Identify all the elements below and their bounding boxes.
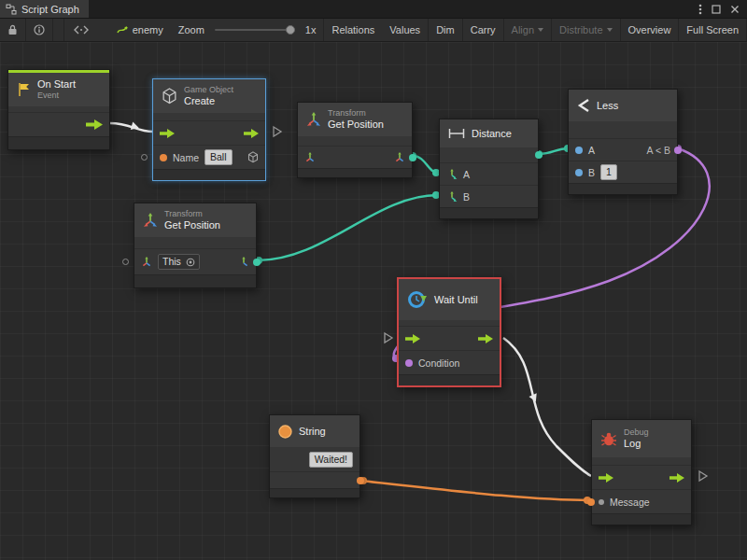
name-input-port[interactable] — [160, 154, 167, 161]
node-get-position-bottom[interactable]: Transform Get Position This — [134, 203, 257, 288]
flow-output-port[interactable] — [669, 473, 684, 483]
node-header: Transform Get Position — [298, 103, 412, 136]
zoom-slider-track — [215, 29, 295, 31]
condition-label: Condition — [418, 357, 459, 369]
transform-input-port[interactable] — [141, 257, 152, 268]
input-a-label: A — [588, 145, 595, 156]
menu-icon[interactable] — [698, 4, 702, 15]
name-value-field[interactable]: Ball — [204, 149, 233, 165]
chevron-down-icon — [538, 28, 543, 32]
node-on-start-event[interactable]: On Start Event — [7, 69, 110, 150]
object-picker-icon[interactable] — [186, 258, 195, 267]
transform-input-port[interactable] — [304, 152, 316, 163]
node-category: Transform — [164, 209, 220, 219]
zoom-slider[interactable] — [215, 25, 295, 35]
collapse-arrows-icon — [73, 24, 90, 35]
node-header: Game Object Create — [153, 79, 265, 113]
flow-input-port[interactable] — [405, 334, 420, 343]
node-title: On Start — [37, 78, 76, 91]
vector-output-port[interactable] — [394, 152, 405, 163]
full-screen-button[interactable]: Full Screen — [679, 19, 747, 41]
distance-output-port[interactable] — [535, 151, 543, 159]
node-wait-until[interactable]: Wait Until Condition — [397, 277, 501, 387]
vector-icon — [446, 169, 458, 180]
vector-output-port[interactable] — [238, 257, 249, 268]
info-icon — [34, 24, 45, 35]
input-a-label: A — [463, 169, 470, 180]
target-value: This — [162, 255, 181, 269]
message-label: Message — [610, 497, 650, 508]
node-header: Distance — [440, 119, 538, 147]
node-debug-log[interactable]: Debug Log Message — [591, 419, 692, 525]
string-icon — [278, 425, 292, 439]
node-footer — [592, 513, 691, 525]
target-object-field[interactable]: This — [158, 254, 200, 270]
node-get-position-top[interactable]: Transform Get Position — [297, 102, 413, 178]
input-b-label: B — [588, 167, 595, 178]
node-less[interactable]: Less A A < B B 1 — [568, 89, 678, 195]
less-output-port[interactable] — [674, 147, 682, 154]
condition-input-port[interactable] — [405, 359, 413, 367]
zoom-value: 1x — [305, 24, 317, 35]
node-title: Log — [624, 438, 649, 450]
string-value-field[interactable]: Waited! — [309, 452, 353, 468]
node-title: Get Position — [164, 219, 220, 231]
align-button[interactable]: Align — [504, 19, 552, 41]
node-footer — [298, 168, 412, 177]
less-input-a-port[interactable] — [575, 147, 583, 154]
input-b-label: B — [463, 191, 470, 203]
zoom-slider-handle[interactable] — [286, 25, 295, 35]
transform-icon — [306, 112, 321, 127]
graph-breadcrumb[interactable]: enemy — [109, 19, 171, 41]
maximize-icon[interactable] — [712, 5, 721, 14]
node-header: Debug Log — [592, 420, 691, 457]
inspect-button[interactable] — [26, 19, 53, 41]
b-value-field[interactable]: 1 — [600, 164, 617, 180]
flow-output-port[interactable] — [244, 129, 259, 138]
node-footer — [270, 488, 359, 497]
lock-icon — [7, 24, 18, 35]
node-title: Less — [597, 100, 618, 112]
cube-icon — [162, 88, 177, 105]
node-header: String — [270, 415, 359, 447]
tab-script-graph[interactable]: Script Graph — [0, 0, 89, 18]
close-icon[interactable] — [730, 5, 740, 14]
node-title: Create — [184, 95, 233, 107]
message-input-port[interactable] — [599, 499, 604, 505]
carry-button[interactable]: Carry — [463, 19, 504, 41]
distribute-label: Distribute — [559, 24, 602, 35]
graph-icon — [117, 25, 128, 35]
name-port-label: Name — [173, 152, 199, 163]
position-output-port[interactable] — [253, 259, 261, 266]
window-titlebar: Script Graph — [0, 0, 747, 19]
string-output-port[interactable] — [357, 477, 364, 484]
node-category: Game Object — [184, 85, 233, 95]
relations-button[interactable]: Relations — [323, 19, 382, 41]
node-create-game-object[interactable]: Game Object Create Name Ball — [152, 78, 266, 181]
distribute-button[interactable]: Distribute — [552, 19, 620, 41]
flow-output-port[interactable] — [86, 119, 103, 130]
position-output-port[interactable] — [409, 154, 416, 161]
node-footer — [153, 169, 265, 180]
flow-output-port[interactable] — [478, 334, 493, 343]
unconnected-port-indicator — [141, 154, 148, 161]
overview-button[interactable]: Overview — [621, 19, 680, 41]
script-graph-icon — [6, 4, 17, 15]
lock-button[interactable] — [0, 19, 26, 41]
flow-input-port[interactable] — [599, 473, 613, 483]
dim-button[interactable]: Dim — [429, 19, 463, 41]
less-input-b-port[interactable] — [575, 169, 583, 176]
node-header: On Start Event — [8, 73, 109, 106]
node-string-literal[interactable]: String Waited! — [269, 414, 360, 498]
node-subtitle: Event — [37, 91, 76, 101]
values-button[interactable]: Values — [382, 19, 429, 41]
node-category: Transform — [328, 108, 384, 119]
flow-input-port[interactable] — [160, 129, 175, 138]
less-than-icon — [577, 98, 590, 113]
node-distance[interactable]: Distance A B — [439, 119, 539, 219]
game-object-picker-icon[interactable] — [247, 151, 259, 163]
node-header: Wait Until — [399, 279, 500, 320]
graph-toolbar: enemy Zoom 1x Relations Values Dim Carry… — [0, 19, 747, 42]
collapse-sidebars-button[interactable] — [63, 19, 100, 41]
window-controls — [698, 0, 747, 18]
